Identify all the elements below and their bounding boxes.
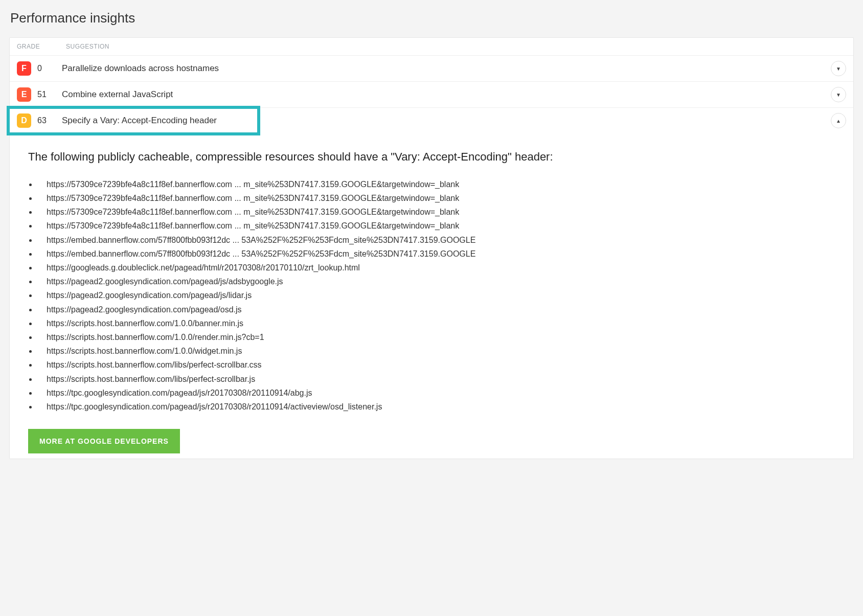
grade-score: 63	[37, 116, 60, 125]
resource-item: https://pagead2.googlesyndication.com/pa…	[37, 288, 846, 302]
insight-row[interactable]: D63Specify a Vary: Accept-Encoding heade…	[10, 108, 853, 133]
grade-chip: D	[17, 113, 31, 128]
more-at-google-developers-button[interactable]: MORE AT GOOGLE DEVELOPERS	[28, 429, 180, 453]
resource-item: https://embed.bannerflow.com/57ff800fbb0…	[37, 247, 846, 261]
resource-item: https://pagead2.googlesyndication.com/pa…	[37, 303, 846, 316]
grade-score: 51	[37, 90, 60, 99]
resource-list: https://57309ce7239bfe4a8c11f8ef.bannerf…	[28, 177, 846, 414]
resource-item: https://57309ce7239bfe4a8c11f8ef.bannerf…	[37, 177, 846, 191]
insights-table: GRADE SUGGESTION F0Parallelize downloads…	[9, 37, 854, 459]
page-title: Performance insights	[10, 10, 854, 26]
col-suggestion-header: SUGGESTION	[66, 43, 846, 50]
suggestion-text: Combine external JavaScript	[60, 89, 831, 100]
resource-item: https://googleads.g.doubleclick.net/page…	[37, 261, 846, 275]
suggestion-text: Specify a Vary: Accept-Encoding header	[60, 116, 831, 126]
details-description: The following publicly cacheable, compre…	[28, 149, 631, 165]
grade-chip: E	[17, 87, 31, 102]
resource-item: https://tpc.googlesyndication.com/pagead…	[37, 400, 846, 414]
resource-item: https://57309ce7239bfe4a8c11f8ef.bannerf…	[37, 191, 846, 205]
suggestion-text: Parallelize downloads across hostnames	[60, 63, 831, 74]
resource-item: https://scripts.host.bannerflow.com/libs…	[37, 372, 846, 386]
grade-score: 0	[37, 64, 60, 73]
resource-item: https://scripts.host.bannerflow.com/libs…	[37, 358, 846, 372]
resource-item: https://scripts.host.bannerflow.com/1.0.…	[37, 316, 846, 330]
resource-item: https://embed.bannerflow.com/57ff800fbb0…	[37, 233, 846, 247]
insight-row[interactable]: F0Parallelize downloads across hostnames…	[10, 56, 853, 82]
chevron-up-icon[interactable]: ▲	[831, 113, 846, 128]
resource-item: https://57309ce7239bfe4a8c11f8ef.bannerf…	[37, 219, 846, 233]
chevron-down-icon[interactable]: ▼	[831, 61, 846, 76]
resource-item: https://scripts.host.bannerflow.com/1.0.…	[37, 330, 846, 344]
chevron-down-icon[interactable]: ▼	[831, 87, 846, 102]
resource-item: https://57309ce7239bfe4a8c11f8ef.bannerf…	[37, 205, 846, 219]
insight-row[interactable]: E51Combine external JavaScript▼	[10, 82, 853, 108]
resource-item: https://pagead2.googlesyndication.com/pa…	[37, 275, 846, 288]
table-header: GRADE SUGGESTION	[10, 38, 853, 56]
grade-chip: F	[17, 61, 31, 76]
insight-details: The following publicly cacheable, compre…	[10, 133, 853, 459]
resource-item: https://tpc.googlesyndication.com/pagead…	[37, 386, 846, 400]
resource-item: https://scripts.host.bannerflow.com/1.0.…	[37, 344, 846, 358]
col-grade-header: GRADE	[17, 43, 66, 50]
